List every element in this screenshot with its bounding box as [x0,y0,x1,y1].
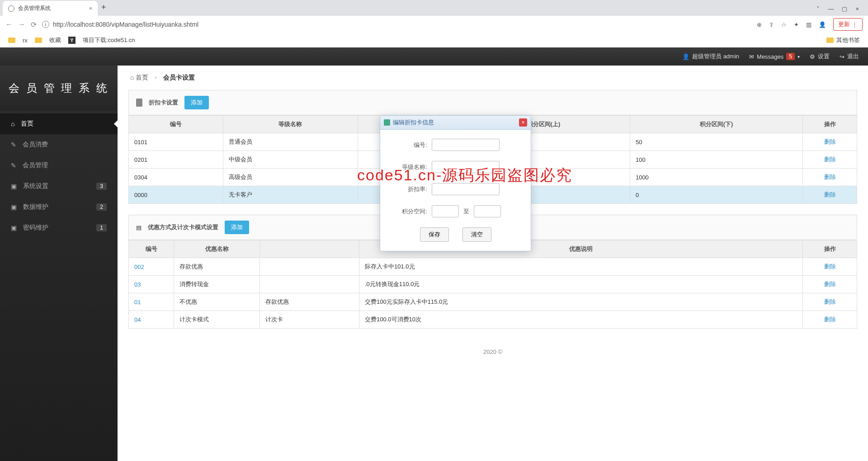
globe-icon [8,5,14,12]
input-rate[interactable] [432,183,500,195]
topbar-settings[interactable]: ⚙ 设置 [810,52,830,61]
zoom-icon[interactable]: ⊕ [757,21,762,28]
th-id: 编号 [129,240,174,258]
bookmark-dl[interactable]: 项目下载:code51.cn [83,36,135,44]
maximize-icon[interactable]: ▢ [842,5,847,12]
delete-link[interactable]: 删除 [824,191,836,198]
table-row[interactable]: 03消费转现金.0元转换现金110.0元删除 [129,276,857,293]
minimize-icon[interactable]: — [828,5,834,12]
bookmark-fav[interactable]: 收藏 [49,36,61,44]
panel-title: 优惠方式及计次卡模式设置 [148,223,218,231]
nav-password[interactable]: ▣ 密码维护 1 [0,217,118,238]
comment-icon: ▤ [136,224,142,231]
document-icon [136,99,142,107]
dialog-title: 编辑折扣卡信息 [393,118,434,127]
url-bar[interactable]: i http://localhost:8080/vipManage/listHu… [42,21,751,28]
breadcrumb: ⌂ 首页 › 会员卡设置 [118,66,868,90]
pencil-icon: ✎ [11,141,16,148]
nav-home[interactable]: ⌂ 首页 [0,113,118,134]
panel-title: 折扣卡设置 [149,99,178,107]
input-range-from[interactable] [432,205,459,217]
label-id: 编号: [391,141,427,149]
th-op: 操作 [803,116,857,133]
topbar-user[interactable]: 👤 超级管理员 admin [682,52,739,61]
close-tab-icon[interactable]: × [89,5,92,12]
table-row[interactable]: 01不优惠存款优惠交费100元实际存入卡中115.0元删除 [129,293,857,311]
site-info-icon[interactable]: i [42,21,49,28]
save-disk-icon [384,119,390,126]
box-icon: ▣ [11,203,17,211]
save-button[interactable]: 保存 [420,227,449,242]
close-window-icon[interactable]: × [855,5,859,12]
browser-chrome: 会员管理系统 × + ˅ — ▢ × ← → ⟳ i http://localh… [0,0,868,47]
topbar: 👤 超级管理员 admin ✉ Messages 5 ▾ ⚙ 设置 ↪ 退出 [0,47,868,66]
y-icon: Y [68,37,75,44]
row-id-link[interactable]: 03 [134,281,141,288]
delete-link[interactable]: 删除 [824,174,836,180]
input-level[interactable] [432,161,500,173]
brand: 会 员 管 理 系 统 [0,66,118,111]
new-tab-button[interactable]: + [98,0,110,16]
crumb-page: 会员卡设置 [163,74,195,81]
folder-icon [826,38,834,43]
table-row[interactable]: 002存款优惠际存入卡中101.0元删除 [129,258,857,276]
sidebar: 会 员 管 理 系 统 ⌂ 首页 ✎ 会员消费 ✎ 会员管理 ▣ 系统设置 3 [0,66,118,461]
back-icon[interactable]: ← [5,20,13,28]
delete-link[interactable]: 删除 [824,138,836,145]
nav-consume[interactable]: ✎ 会员消费 [0,134,118,155]
profile-icon[interactable]: 👤 [819,21,826,28]
bookmark-rx[interactable]: rx [23,37,28,44]
share-icon[interactable]: ⇪ [769,21,774,28]
sidepanel-icon[interactable]: ▥ [806,21,811,28]
topbar-messages[interactable]: ✉ Messages 5 ▾ [749,53,800,60]
delete-link[interactable]: 删除 [824,263,836,270]
nav: ⌂ 首页 ✎ 会员消费 ✎ 会员管理 ▣ 系统设置 3 ▣ [0,111,118,238]
forward-icon[interactable]: → [18,20,25,28]
gear-icon: ⚙ [810,53,815,60]
delete-link[interactable]: 删除 [824,316,836,323]
th-id: 编号 [129,116,223,133]
bookmark-star-icon[interactable]: ☆ [781,21,787,28]
row-id-link[interactable]: 04 [134,316,141,323]
bookmarks-bar: rx 收藏 Y 项目下载:code51.cn 其他书签 [0,33,868,47]
delete-link[interactable]: 删除 [824,298,836,305]
add-promo-button[interactable]: 添加 [225,221,249,234]
th-level: 等级名称 [223,116,358,133]
folder-icon [35,38,42,43]
dialog-titlebar[interactable]: 编辑折扣卡信息 × [380,116,531,130]
home-icon: ⌂ [130,74,134,81]
browser-tab[interactable]: 会员管理系统 × [3,1,98,16]
chevron-down-icon[interactable]: ˅ [816,5,820,12]
nav-manage[interactable]: ✎ 会员管理 [0,155,118,176]
range-to-label: 至 [463,207,469,216]
label-range: 积分空间: [391,207,427,216]
folder-icon [8,38,15,43]
delete-link[interactable]: 删除 [824,156,836,163]
update-button[interactable]: 更新⋮ [833,18,863,31]
input-id[interactable] [432,139,500,151]
label-rate: 折扣率: [391,185,427,193]
crumb-home[interactable]: 首页 [136,74,148,81]
clear-button[interactable]: 清空 [462,227,491,242]
add-discount-button[interactable]: 添加 [184,96,209,109]
bookmark-other[interactable]: 其他书签 [836,36,860,44]
pencil-icon: ✎ [11,162,16,169]
reload-icon[interactable]: ⟳ [31,20,37,29]
row-id-link[interactable]: 01 [134,299,141,306]
nav-data[interactable]: ▣ 数据维护 2 [0,197,118,217]
input-range-to[interactable] [474,205,501,217]
home-icon: ⌂ [11,120,14,127]
url-text: http://localhost:8080/vipManage/listHuiy… [53,21,198,28]
close-dialog-icon[interactable]: × [519,118,527,127]
delete-link[interactable]: 删除 [824,281,836,287]
row-id-link[interactable]: 002 [134,263,144,270]
promo-table: 编号 优惠名称 优惠说明 操作 002存款优惠际存入卡中101.0元删除03消费… [128,240,857,329]
label-level: 等级名称: [391,163,427,171]
nav-system[interactable]: ▣ 系统设置 3 [0,176,118,197]
box-icon: ▣ [11,183,17,190]
topbar-logout[interactable]: ↪ 退出 [840,52,859,61]
browser-tabs: 会员管理系统 × + ˅ — ▢ × [0,0,868,16]
edit-dialog: 编辑折扣卡信息 × 编号: 等级名称: 折扣率: [380,115,531,251]
extensions-icon[interactable]: ✦ [794,21,799,28]
table-row[interactable]: 04计次卡模式计次卡交费100.0可消费10次删除 [129,311,857,329]
